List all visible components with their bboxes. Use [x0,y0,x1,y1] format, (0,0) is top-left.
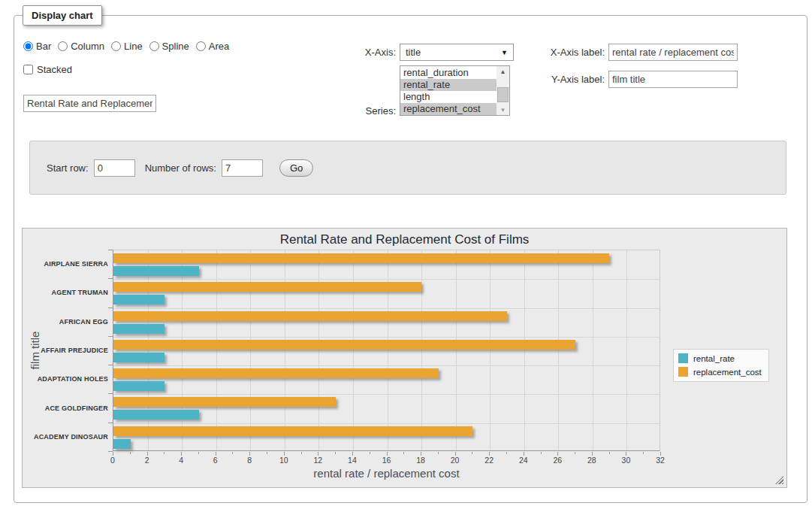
num-rows-input[interactable] [222,159,263,177]
chart-type-label: Line [124,41,143,52]
chart-type-option-line[interactable]: Line [111,41,143,52]
y-axis-label-input[interactable] [608,71,738,88]
go-button[interactable]: Go [279,159,313,177]
rental_rate-bar [113,295,165,304]
horizontal-gridline [113,365,660,366]
x-axis-select[interactable]: title ▼ [400,44,514,61]
x-axis-selected-value: title [406,47,421,58]
x-tick-label: 14 [348,456,357,465]
x-axis-tick [335,452,336,454]
x-axis-tick [232,452,233,454]
vertical-gridline [388,250,388,450]
display-chart-fieldset: Display chart BarColumnLineSplineArea St… [14,15,807,503]
start-row-input[interactable] [94,159,135,177]
chart-type-option-spline[interactable]: Spline [149,41,189,52]
horizontal-gridline [113,423,660,424]
x-axis-tick [267,452,267,454]
x-tick-label: 18 [416,456,425,465]
chart-legend: rental_ratereplacement_cost [673,349,769,382]
legend-swatch [678,367,688,377]
y-axis-tick [108,278,113,279]
chart-type-radio-column[interactable] [58,41,68,51]
chart-type-label: Bar [36,41,51,52]
chart-x-axis-title: rental rate / replacement cost [113,467,660,480]
legend-label: replacement_cost [693,368,762,377]
x-tick-label: 28 [587,456,596,465]
plot-area [113,250,660,451]
x-axis-tick [472,452,472,454]
horizontal-gridline [113,279,660,280]
scroll-down-icon[interactable]: ▼ [497,105,509,115]
x-tick-label: 20 [451,456,460,465]
resize-handle-icon[interactable] [775,476,783,484]
x-tick-label: 30 [622,456,631,465]
chart-type-label: Column [71,41,104,52]
chart-type-radio-spline[interactable] [149,41,159,51]
x-axis-tick [164,452,165,454]
category-label: AFRICAN EGG [23,308,108,336]
series-multiselect[interactable]: rental_durationrental_ratelengthreplacem… [400,65,510,116]
category-labels: AIRPLANE SIERRAAGENT TRUMANAFRICAN EGGAF… [23,250,108,451]
chart-type-option-column[interactable]: Column [58,41,104,52]
scroll-up-icon[interactable]: ▲ [497,66,509,77]
rental_rate-bar [113,439,131,449]
fieldset-legend: Display chart [23,5,102,26]
x-axis-label-input[interactable] [608,44,738,61]
x-axis-tick [370,452,370,454]
x-tick-label: 24 [519,456,528,465]
stacked-label: Stacked [37,64,72,75]
chart-type-option-bar[interactable]: Bar [23,41,51,52]
x-axis-caption: X-Axis: [315,47,396,58]
legend-swatch [678,353,688,363]
x-axis-label-caption: X-Axis label: [521,47,605,58]
category-label: AIRPLANE SIERRA [23,250,108,278]
x-axis-tick [130,452,131,454]
chart-type-label: Spline [162,41,189,52]
vertical-gridline [182,250,183,450]
legend-label: rental_rate [693,354,735,363]
chart-type-radio-group: BarColumnLineSplineArea [23,41,236,52]
replacement_cost-bar [113,426,472,436]
x-tick-label: 12 [314,456,323,465]
replacement_cost-bar [113,368,439,378]
x-axis-tick [198,452,199,454]
replacement_cost-bar [113,311,507,321]
rental_rate-bar [113,381,165,391]
chart-title: Rental Rate and Replacement Cost of Film… [23,232,786,247]
category-label: AGENT TRUMAN [23,278,108,307]
y-axis-label-caption: Y-Axis label: [521,74,605,85]
category-label: ACADEMY DINOSAUR [23,423,108,451]
series-option-rental_rate[interactable]: rental_rate [400,79,497,91]
chart-type-option-area[interactable]: Area [196,41,229,52]
chart-type-radio-line[interactable] [111,41,121,51]
replacement_cost-bar [113,253,609,263]
series-option-replacement_cost[interactable]: replacement_cost [400,103,497,115]
stacked-checkbox[interactable] [23,65,33,74]
chart-type-radio-area[interactable] [196,41,206,51]
x-tick-label: 32 [656,456,665,465]
series-option-length[interactable]: length [400,91,497,103]
series-scrollbar[interactable]: ▲ ▼ [497,66,509,115]
vertical-gridline [593,250,593,450]
series-option-rental_duration[interactable]: rental_duration [400,67,497,79]
category-label: ADAPTATION HOLES [23,365,108,393]
vertical-gridline [558,250,559,450]
legend-item-replacement_cost[interactable]: replacement_cost [678,367,762,377]
x-tick-label: 10 [279,456,288,465]
vertical-gridline [626,250,627,450]
category-label: AFFAIR PREJUDICE [23,336,108,365]
scrollbar-thumb[interactable] [497,87,509,102]
rental_rate-bar [113,353,165,362]
x-axis-tick [541,452,542,454]
x-tick-label: 16 [382,456,391,465]
x-tick-label: 26 [553,456,562,465]
y-axis-tick [108,250,113,250]
horizontal-gridline [113,337,660,338]
rental_rate-bar [113,266,199,276]
chart-type-radio-bar[interactable] [23,41,33,51]
chart-title-input[interactable] [23,95,156,112]
vertical-gridline [353,250,354,450]
legend-item-rental_rate[interactable]: rental_rate [678,353,762,363]
num-rows-label: Number of rows: [145,162,216,174]
row-range-panel: Start row: Number of rows: Go [29,141,786,195]
